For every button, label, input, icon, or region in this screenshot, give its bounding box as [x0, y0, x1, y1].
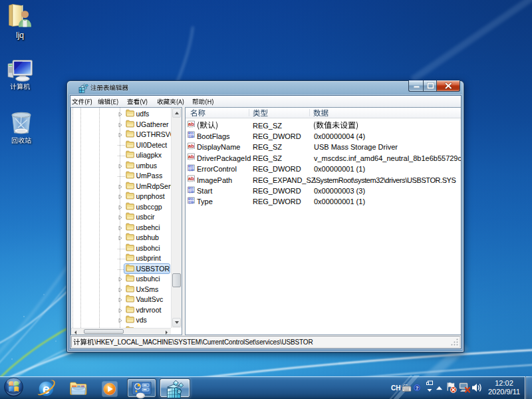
svg-text:110: 110	[188, 168, 194, 171]
svg-text:ab: ab	[188, 143, 194, 149]
svg-text:110: 110	[188, 200, 194, 203]
svg-text:ab: ab	[188, 154, 194, 160]
svg-text:110: 110	[188, 190, 194, 193]
svg-text:110: 110	[188, 135, 194, 138]
svg-text:ab: ab	[188, 121, 194, 127]
svg-text:?: ?	[416, 385, 419, 391]
svg-text:ab: ab	[188, 176, 194, 182]
